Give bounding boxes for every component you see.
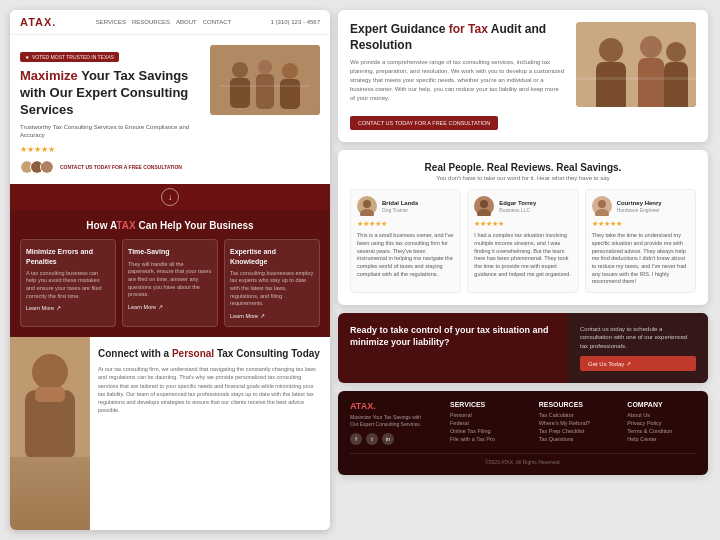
review-text-3: They take the time to understand my spec… — [592, 232, 689, 286]
nav-links: SERVICES RESOURCES ABOUT CONTACT — [96, 19, 231, 25]
review-avatar-3 — [592, 196, 612, 216]
review-name-3: Courtney Henry — [617, 200, 662, 207]
svg-point-29 — [598, 200, 606, 208]
footer-item-calculator[interactable]: Tax Calculator — [539, 412, 608, 418]
navbar: ATAX. SERVICES RESOURCES ABOUT CONTACT 1… — [10, 10, 330, 35]
hero-image — [210, 45, 320, 115]
hero-content: VOTED MOST TRUSTED IN TEXAS Maximize You… — [20, 45, 202, 174]
hero-title-highlight: Maximize — [20, 68, 78, 83]
cta-button[interactable]: Get Us Today ↗ — [580, 356, 696, 371]
footer-col-title-resources: RESOURCES — [539, 401, 608, 408]
footer-item-refund[interactable]: Where's My Refund? — [539, 420, 608, 426]
review-name-1: Bridal Lands — [382, 200, 418, 207]
how-card-text-1: A tax consulting business can help you a… — [26, 270, 110, 301]
svg-rect-16 — [596, 62, 626, 107]
reviews-section: Real People. Real Reviews. Real Savings.… — [338, 150, 708, 305]
review-header-2: Edgar Torrey Business LLC — [474, 196, 571, 216]
svg-rect-7 — [280, 79, 300, 109]
how-card-title-1: Minimize Errors and Penalties — [26, 247, 110, 265]
footer-col-title-company: Company — [627, 401, 696, 408]
connect-content: Connect with a Personal Tax Consulting T… — [90, 337, 330, 530]
review-name-2: Edgar Torrey — [499, 200, 536, 207]
footer-item-questions[interactable]: Tax Questions — [539, 436, 608, 442]
how-title-accent: TAX — [116, 220, 135, 231]
svg-point-6 — [282, 63, 298, 79]
review-stars-1: ★★★★★ — [357, 220, 454, 228]
how-title: How ATAX Can Help Your Business — [20, 220, 320, 231]
connect-personal: Personal — [172, 348, 214, 359]
scroll-indicator[interactable]: ↓ — [10, 184, 330, 210]
how-card-text-3: Tax consulting businesses employ tax exp… — [230, 270, 314, 308]
footer-item-privacy[interactable]: Privacy Policy — [627, 420, 696, 426]
svg-point-4 — [258, 60, 272, 74]
scroll-circle[interactable]: ↓ — [161, 188, 179, 206]
footer-item-terms[interactable]: Terms & Condition — [627, 428, 696, 434]
review-header-1: Bridal Lands Dog Trainer — [357, 196, 454, 216]
expert-title: Expert Guidance for Tax Audit and Resolu… — [350, 22, 564, 53]
review-card-2: Edgar Torrey Business LLC ★★★★★ I had a … — [467, 189, 578, 293]
review-stars-3: ★★★★★ — [592, 220, 689, 228]
review-avatar-2 — [474, 196, 494, 216]
footer-item-personal[interactable]: Personal — [450, 412, 519, 418]
footer-item-file-pro[interactable]: File with a Tax Pro — [450, 436, 519, 442]
svg-rect-20 — [664, 62, 688, 107]
footer-item-federal[interactable]: Federal — [450, 420, 519, 426]
review-role-3: Hardware Engineer — [617, 207, 662, 213]
footer-tagline: Maximize Your Tax Savings with Our Exper… — [350, 414, 430, 428]
footer-col-services: SERVICES Personal Federal Online Tax Fil… — [450, 401, 519, 445]
footer-item-online-filing[interactable]: Online Tax Filing — [450, 428, 519, 434]
social-instagram-icon[interactable]: in — [382, 433, 394, 445]
expert-title-prefix: Expert Guidance — [350, 22, 449, 36]
hero-cta-text[interactable]: CONTACT US TODAY FOR A FREE CONSULTATION — [60, 164, 182, 170]
footer-item-checklist[interactable]: Tax Prep Checklist — [539, 428, 608, 434]
footer-item-about[interactable]: About Us — [627, 412, 696, 418]
connect-title-suffix: Tax Consulting Today — [214, 348, 320, 359]
how-card-link-1[interactable]: Learn More ↗ — [26, 305, 110, 311]
how-card-link-2[interactable]: Learn More ↗ — [128, 304, 212, 310]
connect-section: Connect with a Personal Tax Consulting T… — [10, 337, 330, 530]
footer-bottom: ©2023 ATAX. All Rights Reserved. — [350, 453, 696, 465]
logo-text: ATAX — [20, 16, 52, 28]
svg-rect-8 — [220, 85, 310, 87]
review-card-3: Courtney Henry Hardware Engineer ★★★★★ T… — [585, 189, 696, 293]
footer-col-title-services: SERVICES — [450, 401, 519, 408]
how-card-title-3: Expertise and Knowledge — [230, 247, 314, 265]
nav-phone: 1 (310) 123 - 4567 — [271, 19, 320, 25]
right-panel: Expert Guidance for Tax Audit and Resolu… — [338, 10, 708, 530]
scroll-icon: ↓ — [168, 193, 172, 202]
svg-point-15 — [599, 38, 623, 62]
connect-image — [10, 337, 90, 530]
social-facebook-icon[interactable]: f — [350, 433, 362, 445]
hero-subtitle: Trustworthy Tax Consulting Services to E… — [20, 123, 202, 140]
how-card-3: Expertise and Knowledge Tax consulting b… — [224, 239, 320, 327]
cta-section: Ready to take control of your tax situat… — [338, 313, 708, 383]
how-card-link-3[interactable]: Learn More ↗ — [230, 313, 314, 319]
footer-social: f t in — [350, 433, 430, 445]
svg-point-23 — [363, 200, 371, 208]
nav-link-contact[interactable]: CONTACT — [203, 19, 232, 25]
expert-section: Expert Guidance for Tax Audit and Resolu… — [338, 10, 708, 142]
review-role-2: Business LLC — [499, 207, 536, 213]
nav-link-about[interactable]: ABOUT — [176, 19, 197, 25]
nav-link-resources[interactable]: RESOURCES — [132, 19, 170, 25]
reviews-title: Real People. Real Reviews. Real Savings. — [350, 162, 696, 173]
how-card-title-2: Time-Saving — [128, 247, 212, 256]
nav-link-services[interactable]: SERVICES — [96, 19, 126, 25]
review-stars-2: ★★★★★ — [474, 220, 571, 228]
hero-title: Maximize Your Tax Savings with Our Exper… — [20, 68, 202, 119]
cta-right-text: Contact us today to schedule a consultat… — [580, 325, 696, 350]
avatar-3 — [40, 160, 54, 174]
social-twitter-icon[interactable]: t — [366, 433, 378, 445]
review-text-2: I had a complex tax situation involving … — [474, 232, 571, 278]
connect-title-prefix: Connect with a — [98, 348, 172, 359]
how-card-2: Time-Saving They will handle all the pap… — [122, 239, 218, 327]
cta-left: Ready to take control of your tax situat… — [338, 313, 568, 383]
expert-cta-button[interactable]: CONTACT US TODAY FOR A FREE CONSULTATION — [350, 116, 498, 130]
connect-title: Connect with a Personal Tax Consulting T… — [98, 347, 322, 360]
reviews-cards: Bridal Lands Dog Trainer ★★★★★ This is a… — [350, 189, 696, 293]
hero-badge: VOTED MOST TRUSTED IN TEXAS — [20, 52, 119, 62]
svg-rect-21 — [576, 77, 696, 80]
svg-point-26 — [480, 200, 488, 208]
footer-item-help[interactable]: Help Center — [627, 436, 696, 442]
expert-text: We provide a comprehensive range of tax … — [350, 58, 564, 103]
